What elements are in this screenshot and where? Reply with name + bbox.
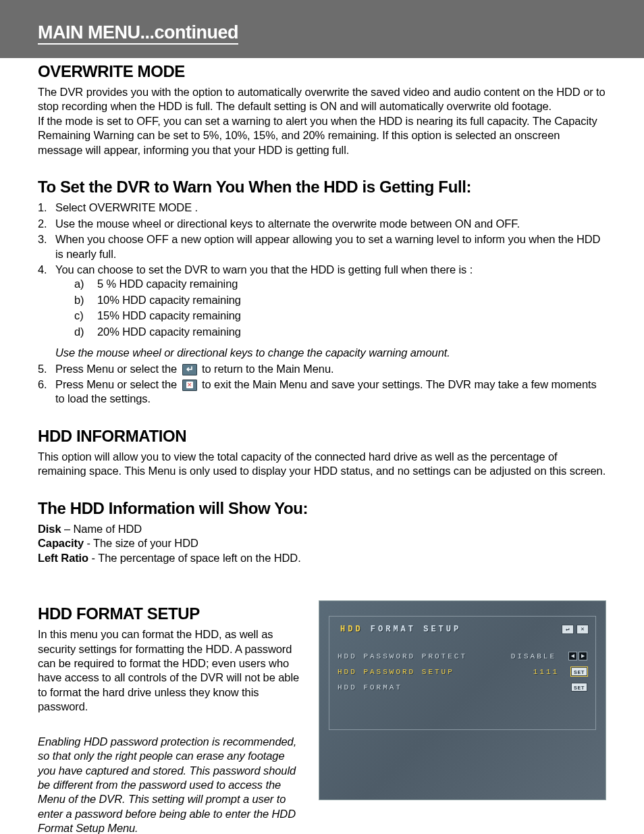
opt-a: 5 % HDD capacity remaining (74, 277, 606, 291)
hdd-show-heading: The HDD Information will Show You: (38, 499, 606, 518)
hdd-info-p: This option will allow you to view the t… (38, 450, 606, 479)
def-left-ratio: Left Ratio - The percentage of space lef… (38, 551, 606, 565)
step-6: Press Menu or select the to exit the Mai… (38, 377, 606, 407)
arrow-right-icon[interactable]: ► (579, 652, 587, 660)
step-5: Press Menu or select the to return to th… (38, 362, 606, 376)
arrow-left-icon[interactable]: ◄ (568, 652, 577, 660)
dvr-row-password-setup: HDD PASSWORD SETUP 1111 SET (336, 667, 589, 676)
dvr-set-button[interactable]: SET (571, 667, 587, 676)
step-3: When you choose OFF a new option will ap… (38, 232, 606, 261)
overwrite-p2: If the mode is set to OFF, you can set a… (38, 114, 606, 157)
opt-d: 20% HDD capacity remaining (74, 325, 606, 339)
set-warn-steps: Select OVERWRITE MODE . Use the mouse wh… (38, 201, 606, 407)
opt-b: 10% HDD capacity remaining (74, 293, 606, 307)
close-icon (182, 380, 197, 391)
step-4: You can choose to set the DVR to warn yo… (38, 263, 606, 361)
dvr-row-password-protect: HDD PASSWORD PROTECT DISABLE ◄► (336, 652, 589, 660)
hdd-format-heading: HDD FORMAT SETUP (38, 604, 305, 623)
hdd-format-note: Enabling HDD password protection is reco… (38, 735, 305, 834)
def-capacity: Capacity - The size of your HDD (38, 536, 606, 550)
header-bar: MAIN MENU...continued (0, 0, 644, 58)
step-2: Use the mouse wheel or directional keys … (38, 217, 606, 231)
hdd-format-p: In this menu you can format the HDD, as … (38, 627, 305, 714)
overwrite-mode-heading: OVERWRITE MODE (38, 62, 606, 81)
page-header: MAIN MENU...continued (38, 23, 238, 45)
dvr-screenshot: HDD FORMAT SETUP ↵ ✕ HDD PASSWORD PROTEC… (319, 600, 606, 800)
dvr-row-format: HDD FORMAT SET (336, 683, 589, 692)
def-disk: Disk – Name of HDD (38, 522, 606, 536)
step-1: Select OVERWRITE MODE . (38, 201, 606, 215)
set-warn-heading: To Set the DVR to Warn You When the HDD … (38, 178, 606, 197)
dvr-title: HDD FORMAT SETUP (340, 625, 461, 634)
dvr-return-icon[interactable]: ↵ (562, 625, 574, 634)
dvr-close-icon[interactable]: ✕ (576, 625, 589, 634)
capacity-note: Use the mouse wheel or directional keys … (55, 346, 606, 360)
dvr-arrows[interactable]: ◄► (568, 652, 587, 660)
overwrite-p1: The DVR provides you with the option to … (38, 85, 606, 114)
dvr-set-button[interactable]: SET (571, 683, 587, 692)
capacity-options: 5 % HDD capacity remaining 10% HDD capac… (74, 277, 606, 339)
opt-c: 15% HDD capacity remaining (74, 309, 606, 323)
content-area: OVERWRITE MODE The DVR provides you with… (0, 62, 644, 834)
hdd-info-heading: HDD INFORMATION (38, 427, 606, 446)
return-icon (182, 364, 197, 375)
